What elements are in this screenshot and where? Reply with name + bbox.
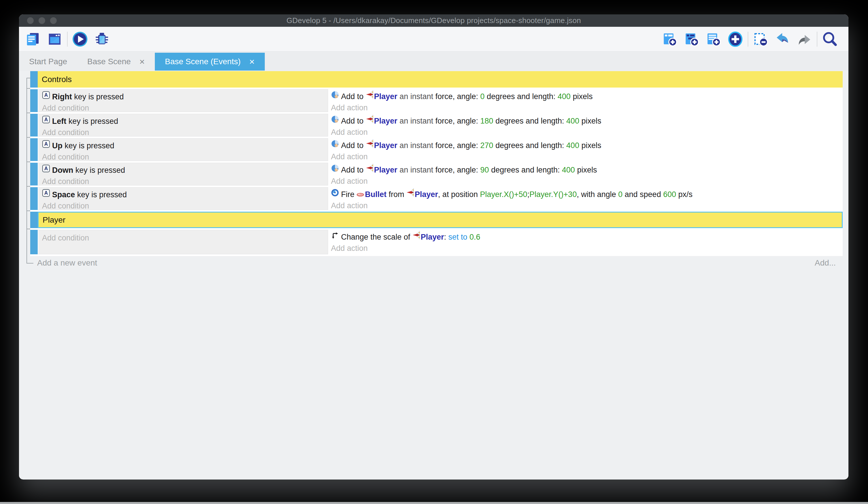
play-preview-button[interactable] [72,31,89,48]
delete-selection-button[interactable] [752,31,769,48]
add-action-button[interactable]: Add action [331,244,843,253]
add-action-button[interactable]: Add action [331,152,843,161]
debug-icon [94,31,110,47]
delete-selection-icon [753,32,768,47]
tree-tick [27,211,30,211]
action-text[interactable]: Add to Player an instant force, angle: 2… [331,140,843,152]
add-new-event-button[interactable]: Add a new event [37,258,97,268]
player-ship-icon [412,231,420,242]
project-manager-button[interactable] [24,31,41,48]
add-action-button[interactable]: Add action [331,201,843,210]
action-text[interactable]: Change the scale of Player: set to 0.6 [331,231,843,243]
conditions-cell[interactable]: ASpace key is pressed Add condition [38,187,328,210]
bullet-icon [356,188,364,200]
tab-start-page[interactable]: Start Page [19,53,77,71]
add-condition-button[interactable]: Add condition [42,201,328,211]
add-action-button[interactable]: Add action [331,128,843,137]
close-window-button[interactable] [27,17,34,24]
action-mid2: degrees and length: [493,141,566,150]
param-key: Up [52,141,62,150]
add-condition-button[interactable]: Add condition [42,152,328,162]
desktop-background: GDevelop 5 - /Users/dkarakay/Documents/G… [0,0,868,504]
conditions-cell[interactable]: Add condition [38,230,328,254]
event-row: AUp key is pressed Add condition Add to … [30,138,843,161]
condition-text[interactable]: ADown key is pressed [42,164,328,177]
debug-button[interactable] [94,31,110,48]
condition-text[interactable]: ALeft key is pressed [42,115,328,128]
event-row: ARight key is pressed Add condition Add … [30,89,843,112]
actions-cell[interactable]: Add to Player an instant force, angle: 1… [328,114,843,137]
conditions-cell[interactable]: ARight key is pressed Add condition [38,89,328,112]
group-header-player[interactable]: Player [38,212,843,228]
action-mid: force, angle: [435,117,480,125]
action-mid2: degrees and length: [493,117,566,125]
event-drag-bar[interactable] [30,212,38,228]
undo-button[interactable] [774,31,791,48]
action-text[interactable]: Add to Player an instant force, angle: 0… [331,91,843,103]
events-sheet: Controls ARight key is pressed Add condi… [19,71,848,479]
event-row: Add condition Change the scale of Player… [30,230,843,254]
action-text[interactable]: Add to Player an instant force, angle: 9… [331,164,843,176]
add-condition-button[interactable]: Add condition [42,177,328,186]
action-pre: Add to [341,92,366,101]
param-scale-value: 0.6 [467,233,480,241]
redo-button[interactable] [796,31,813,48]
condition-rest: key is pressed [72,92,124,101]
conditions-cell[interactable]: ALeft key is pressed Add condition [38,114,328,137]
event-drag-bar[interactable] [30,187,38,210]
add-more-button[interactable]: Add... [815,258,836,268]
action-text[interactable]: Fire Bullet from Player, at position Pla… [331,189,843,201]
condition-text[interactable]: AUp key is pressed [42,140,328,152]
tab-base-scene-events[interactable]: Base Scene (Events) × [155,53,265,71]
add-event-button[interactable] [661,31,678,48]
event-drag-bar[interactable] [30,71,38,88]
title-bar: GDevelop 5 - /Users/dkarakay/Documents/G… [19,14,848,27]
conditions-cell[interactable]: ADown key is pressed Add condition [38,163,328,185]
add-event-icon [662,32,677,47]
scene-editor-button[interactable] [46,31,63,48]
scale-icon [331,231,339,242]
player-ship-icon [366,139,373,151]
minimize-window-button[interactable] [39,17,45,24]
tab-base-scene[interactable]: Base Scene × [77,53,155,71]
svg-text:A: A [44,190,48,196]
add-comment-button[interactable] [705,31,722,48]
actions-cell[interactable]: Fire Bullet from Player, at position Pla… [328,187,843,210]
tree-tick [27,162,30,162]
event-drag-bar[interactable] [30,114,38,137]
add-action-button[interactable]: Add action [331,103,843,112]
close-tab-icon[interactable]: × [249,57,255,66]
zoom-window-button[interactable] [50,17,57,24]
event-drag-bar[interactable] [30,163,38,185]
param-length: 400 [562,165,575,174]
actions-cell[interactable]: Add to Player an instant force, angle: 0… [328,89,843,112]
search-events-button[interactable] [822,31,838,48]
action-text[interactable]: Add to Player an instant force, angle: 1… [331,115,843,127]
actions-cell[interactable]: Add to Player an instant force, angle: 9… [328,163,843,185]
event-drag-bar[interactable] [30,230,38,254]
separator: : [444,233,448,241]
add-action-button[interactable]: Add action [331,177,843,186]
add-choose-event-button[interactable] [727,31,744,48]
group-header-controls[interactable]: Controls [38,71,843,88]
add-subevent-button[interactable] [683,31,700,48]
action-mid2: , with angle [577,190,618,199]
event-drag-bar[interactable] [30,89,38,112]
actions-cell[interactable]: Add to Player an instant force, angle: 2… [328,138,843,161]
actions-cell[interactable]: Change the scale of Player: set to 0.6 A… [328,230,843,254]
close-tab-icon[interactable]: × [139,57,145,66]
param-key: Left [52,117,66,125]
condition-text[interactable]: ARight key is pressed [42,91,328,103]
add-condition-button[interactable]: Add condition [42,233,328,242]
conditions-cell[interactable]: AUp key is pressed Add condition [38,138,328,161]
condition-text[interactable]: ASpace key is pressed [42,189,328,201]
scene-editor-icon [47,31,62,47]
tree-tick [27,137,30,138]
add-condition-button[interactable]: Add condition [42,128,328,137]
keyboard-icon: A [42,91,50,102]
param-expression-y: Player.Y()+30 [529,190,577,199]
events-list: Controls ARight key is pressed Add condi… [30,71,843,256]
add-condition-button[interactable]: Add condition [42,103,328,113]
object-name: Player [415,190,438,199]
event-drag-bar[interactable] [30,138,38,161]
